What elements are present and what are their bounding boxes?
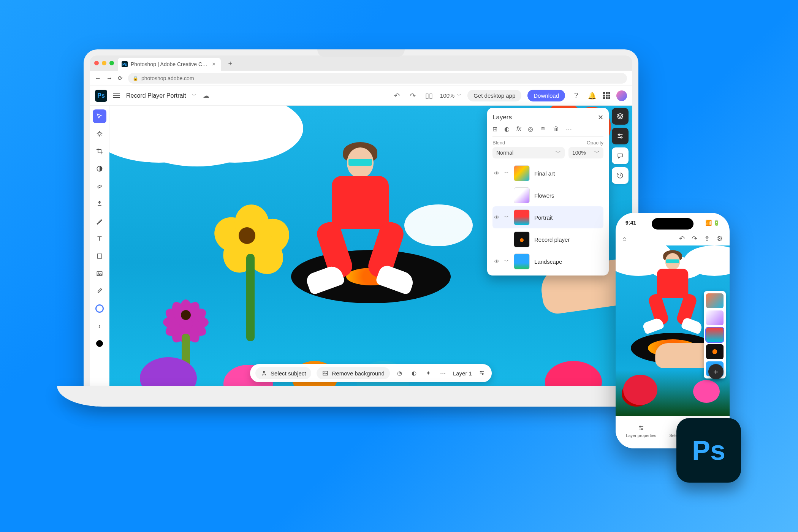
layer-item[interactable]: 👁﹀ Final art	[492, 162, 603, 184]
layer-group-icon[interactable]: ⩸	[540, 125, 546, 133]
laptop-base	[57, 386, 665, 407]
minimize-window-button[interactable]	[102, 61, 106, 65]
download-button[interactable]: Download	[527, 90, 565, 101]
document-title[interactable]: Record Player Portrait	[126, 92, 186, 99]
layers-more-icon[interactable]: ⋯	[566, 125, 572, 133]
layer-name: Flowers	[534, 192, 554, 199]
layer-item[interactable]: 👁﹀ Flowers	[492, 184, 603, 206]
layers-toggle-icon[interactable]	[612, 108, 629, 125]
tool-move[interactable]	[93, 109, 106, 123]
layer-name: Landscape	[534, 258, 562, 265]
redo-button[interactable]: ↷	[408, 92, 418, 100]
browser-tab[interactable]: Ps Photoshop | Adobe Creative C… ×	[118, 58, 221, 71]
app-switcher-icon[interactable]	[603, 92, 610, 99]
zoom-value: 100%	[440, 92, 454, 99]
app-logo-ps-icon[interactable]: Ps	[95, 90, 107, 102]
layer-item[interactable]: 👁﹀ Landscape	[492, 250, 603, 272]
undo-button[interactable]: ↶	[392, 92, 402, 100]
tool-place-image[interactable]	[93, 267, 106, 280]
phone-share-icon[interactable]: ⇪	[704, 234, 710, 243]
close-layers-panel-button[interactable]: ✕	[598, 113, 603, 122]
phone-add-button[interactable]: ＋	[708, 364, 724, 379]
phone-settings-icon[interactable]: ⚙︎	[717, 234, 723, 243]
phone-home-icon[interactable]: ⌂	[622, 235, 627, 243]
notifications-button[interactable]: 🔔	[587, 92, 597, 100]
close-window-button[interactable]	[94, 61, 99, 65]
color-fill-swatch[interactable]	[93, 337, 106, 350]
color-stroke-swatch[interactable]	[93, 302, 106, 315]
chevron-down-icon[interactable]: ﹀	[504, 170, 509, 177]
properties-toggle-icon[interactable]	[612, 128, 629, 144]
tool-clone[interactable]	[93, 197, 106, 211]
phone-time: 9:41	[625, 220, 636, 226]
quick-mask-icon[interactable]: ◔	[395, 370, 404, 377]
left-toolbar: ↕︎	[90, 106, 109, 391]
comments-icon[interactable]	[612, 147, 629, 164]
layer-item-selected[interactable]: 👁﹀ Portrait	[492, 206, 603, 228]
chevron-down-icon: ﹀	[594, 149, 600, 156]
photoshop-badge-icon: Ps	[676, 418, 741, 483]
tool-generative[interactable]	[93, 127, 106, 141]
back-button[interactable]: ←	[95, 75, 101, 82]
layer-thumbnail	[514, 209, 530, 225]
close-tab-button[interactable]: ×	[211, 61, 217, 68]
menu-button[interactable]	[113, 92, 120, 99]
quick-transform-icon[interactable]: ✦	[424, 370, 433, 377]
quick-adjust-icon[interactable]: ◐	[410, 370, 419, 377]
chevron-down-icon[interactable]: ﹀	[504, 214, 509, 221]
layer-item[interactable]: 👁﹀ Record player	[492, 228, 603, 250]
layers-panel-title: Layers	[492, 114, 512, 121]
phone-undo-icon[interactable]: ↶	[679, 234, 685, 243]
blend-mode-select[interactable]: Normal﹀	[492, 147, 565, 158]
tool-brush[interactable]	[93, 214, 106, 228]
layer-mask-icon[interactable]: ◐	[504, 125, 510, 133]
ps-logo-text: Ps	[97, 92, 105, 99]
svg-point-5	[263, 371, 265, 373]
tool-crop[interactable]	[93, 144, 106, 158]
canvas-view-icon[interactable]: ▯▯	[424, 92, 434, 100]
opacity-select[interactable]: 100%﹀	[568, 147, 603, 158]
phone-canvas[interactable]: ＋	[616, 245, 730, 416]
remove-background-button[interactable]: Remove background	[317, 367, 390, 379]
phone-layer-thumb-selected[interactable]	[706, 328, 724, 342]
phone-redo-icon[interactable]: ↷	[692, 234, 697, 243]
visibility-toggle-icon[interactable]: 👁	[494, 214, 499, 220]
help-button[interactable]: ?	[571, 92, 581, 100]
cloud-sync-icon[interactable]: ☁︎	[203, 92, 209, 100]
new-tab-button[interactable]: ＋	[225, 58, 236, 68]
adjustment-layer-icon[interactable]: ◎	[528, 125, 533, 133]
visibility-toggle-icon[interactable]: 👁	[494, 258, 499, 264]
swap-colors-icon[interactable]: ↕︎	[93, 319, 106, 333]
tool-adjust[interactable]	[93, 162, 106, 176]
layer-fx-icon[interactable]: fx	[516, 125, 521, 133]
tool-shapes[interactable]	[93, 249, 106, 263]
more-options-icon[interactable]: ⋯	[439, 370, 448, 377]
phone-layer-thumb[interactable]	[706, 344, 724, 359]
get-desktop-app-button[interactable]: Get desktop app	[467, 90, 521, 101]
maximize-window-button[interactable]	[109, 61, 114, 65]
phone-layer-thumb[interactable]	[706, 293, 724, 308]
tool-type[interactable]	[93, 232, 106, 245]
tool-eyedropper[interactable]	[93, 284, 106, 298]
artwork-flower-yellow	[212, 204, 296, 341]
phone-tool-properties[interactable]: Layer properties	[626, 424, 656, 438]
quick-properties-icon[interactable]	[477, 369, 486, 377]
svg-point-7	[480, 371, 481, 372]
layer-name: Record player	[534, 236, 570, 243]
doc-title-chevron-down-icon[interactable]: ﹀	[192, 92, 196, 99]
history-icon[interactable]	[612, 167, 629, 184]
reload-button[interactable]: ⟳	[118, 75, 123, 82]
zoom-selector[interactable]: 100%﹀	[440, 92, 461, 99]
forward-button[interactable]: →	[106, 75, 112, 82]
select-subject-button[interactable]: Select subject	[255, 367, 311, 379]
chevron-down-icon[interactable]: ﹀	[504, 258, 509, 265]
active-layer-chip[interactable]: Layer 1	[453, 370, 472, 377]
svg-rect-1	[97, 185, 101, 188]
tool-heal[interactable]	[93, 179, 106, 193]
user-avatar[interactable]	[616, 90, 627, 101]
delete-layer-icon[interactable]: 🗑	[553, 125, 559, 133]
phone-layer-thumb[interactable]	[706, 310, 724, 325]
visibility-toggle-icon[interactable]: 👁	[494, 170, 499, 176]
add-layer-icon[interactable]: ⊞	[492, 125, 497, 133]
address-bar[interactable]: 🔒 photoshop.adobe.com	[128, 73, 627, 84]
